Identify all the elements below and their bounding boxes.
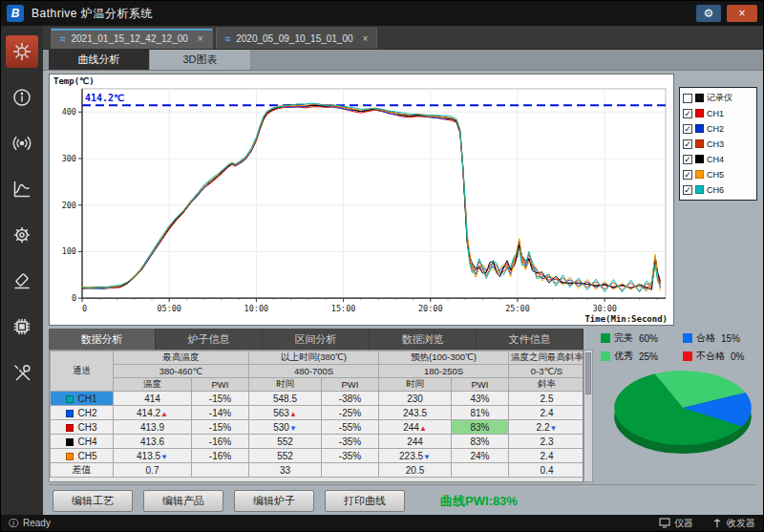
legend-checkbox[interactable]: ✓ bbox=[683, 170, 692, 180]
table-cell: -15% bbox=[192, 420, 249, 435]
bottom-tab-bar: 数据分析炉子信息区间分析数据浏览文件信息 bbox=[49, 329, 584, 350]
legend-checkbox[interactable]: ✓ bbox=[683, 155, 692, 164]
system-gear-icon bbox=[11, 224, 32, 245]
pie-color-swatch bbox=[601, 351, 610, 361]
group-range: 0-3℃/S bbox=[509, 365, 584, 378]
legend-label: CH3 bbox=[707, 139, 724, 149]
legend-row-1[interactable]: ✓CH1 bbox=[683, 107, 753, 119]
col-header: PWI bbox=[192, 378, 249, 392]
main-area: ≈2021_01_15_12_42_12_00×≈2020_05_09_10_1… bbox=[43, 26, 763, 515]
info-icon bbox=[11, 87, 32, 108]
table-cell: -16% bbox=[192, 449, 249, 463]
legend-color-swatch bbox=[695, 124, 704, 133]
gear-icon: ⚙ bbox=[704, 7, 714, 20]
pie-legend-item-2: 合格15% bbox=[683, 331, 764, 345]
sidebar-item-settings[interactable] bbox=[6, 35, 38, 68]
action-button-0[interactable]: 编辑工艺 bbox=[53, 490, 133, 512]
tab-close-icon[interactable]: × bbox=[198, 33, 203, 44]
status-transceiver[interactable]: 收发器 bbox=[711, 517, 755, 530]
bottom-tab-3[interactable]: 数据浏览 bbox=[370, 329, 477, 350]
status-info-icon: ⓘ bbox=[9, 517, 18, 530]
table-cell: 2.2▼ bbox=[509, 420, 584, 435]
bottom-tab-0[interactable]: 数据分析 bbox=[49, 329, 156, 350]
channel-cell-0[interactable]: CH1 bbox=[51, 392, 114, 406]
app-window: B Bathrive 炉温分析系统 ⚙ × bbox=[0, 0, 764, 532]
table-cell: -14% bbox=[192, 406, 249, 420]
curve-pwi-label: 曲线PWI:83% bbox=[440, 493, 518, 510]
table-cell: 83% bbox=[452, 420, 509, 435]
pie-legend-item-1: 优秀25% bbox=[601, 350, 683, 363]
bottom-tab-4[interactable]: 文件信息 bbox=[477, 329, 584, 350]
sidebar-item-edit[interactable] bbox=[6, 265, 38, 297]
view-tab-0[interactable]: 曲线分析 bbox=[49, 50, 150, 70]
file-tab-label: 2020_05_09_10_15_01_00 bbox=[236, 33, 352, 44]
table-scrollbar[interactable] bbox=[584, 350, 593, 482]
table-cell bbox=[452, 463, 509, 478]
sidebar bbox=[1, 26, 43, 515]
file-tab-1[interactable]: ≈2020_05_09_10_15_01_00× bbox=[216, 28, 378, 49]
curve-icon: ≈ bbox=[225, 33, 231, 44]
status-instrument[interactable]: 仪器 bbox=[659, 517, 693, 530]
curve-chart[interactable]: 0100200300400005:0010:0015:0020:0025:003… bbox=[50, 74, 673, 325]
legend-row-3[interactable]: ✓CH3 bbox=[683, 138, 753, 150]
table-cell: 81% bbox=[452, 406, 509, 420]
sidebar-item-wireless[interactable] bbox=[6, 127, 38, 160]
action-button-1[interactable]: 编辑产品 bbox=[143, 490, 223, 512]
legend-checkbox[interactable] bbox=[683, 94, 692, 103]
titlebar-close-button[interactable]: × bbox=[727, 5, 757, 22]
col-header: 斜率 bbox=[509, 378, 584, 392]
channel-color-swatch bbox=[66, 453, 74, 460]
legend-checkbox[interactable]: ✓ bbox=[683, 185, 692, 195]
channel-cell-4[interactable]: CH5 bbox=[51, 449, 114, 463]
tab-close-icon[interactable]: × bbox=[363, 33, 369, 44]
legend-row-5[interactable]: ✓CH5 bbox=[683, 168, 753, 181]
view-tab-bar: 曲线分析3D图表 bbox=[43, 50, 763, 71]
action-bar: 编辑工艺编辑产品编辑炉子打印曲线 曲线PWI:83% bbox=[49, 484, 755, 517]
legend-checkbox[interactable]: ✓ bbox=[683, 139, 692, 149]
channel-cell-2[interactable]: CH3 bbox=[51, 420, 114, 435]
sidebar-item-tools[interactable] bbox=[6, 356, 38, 389]
legend-row-0[interactable]: 记录仪 bbox=[683, 92, 753, 104]
table-row-0: CH1414-15%548.5-38%23043%2.5 bbox=[51, 392, 584, 406]
pie-color-swatch bbox=[601, 333, 610, 343]
table-cell: 20.5 bbox=[379, 463, 452, 478]
table-cell: 2.4 bbox=[509, 406, 584, 420]
chip-icon bbox=[11, 316, 32, 337]
table-cell: -35% bbox=[322, 435, 379, 449]
legend-row-6[interactable]: ✓CH6 bbox=[683, 183, 753, 196]
eraser-icon bbox=[11, 270, 32, 291]
table-cell: 0.7 bbox=[114, 463, 192, 478]
table-cell: 43% bbox=[452, 392, 509, 406]
channel-cell-1[interactable]: CH2 bbox=[51, 406, 114, 420]
status-ready-label: Ready bbox=[23, 518, 51, 528]
sidebar-item-info[interactable] bbox=[6, 81, 38, 114]
bottom-tab-2[interactable]: 区间分析 bbox=[263, 329, 370, 350]
scrollbar-thumb[interactable] bbox=[585, 352, 591, 394]
legend-checkbox[interactable]: ✓ bbox=[683, 109, 692, 118]
table-cell: 413.6 bbox=[114, 435, 192, 449]
channel-cell-3[interactable]: CH4 bbox=[51, 435, 114, 449]
legend-color-swatch bbox=[695, 155, 704, 163]
app-title: Bathrive 炉温分析系统 bbox=[32, 6, 153, 22]
table-row-3: CH4413.6-16%552-35%24483%2.3 bbox=[51, 435, 584, 449]
pie-legend-value: 25% bbox=[639, 351, 658, 362]
table-cell: -25% bbox=[322, 406, 379, 420]
sidebar-item-chip[interactable] bbox=[6, 310, 38, 343]
legend-checkbox[interactable]: ✓ bbox=[683, 124, 692, 134]
legend-color-swatch bbox=[695, 170, 704, 179]
channel-cell-5[interactable]: 差值 bbox=[51, 463, 114, 478]
svg-text:30:00: 30:00 bbox=[592, 304, 617, 313]
legend-row-2[interactable]: ✓CH2 bbox=[683, 122, 753, 135]
action-button-2[interactable]: 编辑炉子 bbox=[234, 490, 314, 512]
action-button-3[interactable]: 打印曲线 bbox=[325, 490, 405, 512]
legend-label: CH5 bbox=[707, 170, 724, 180]
table-cell: 414.2▲ bbox=[114, 406, 192, 420]
file-tab-0[interactable]: ≈2021_01_15_12_42_12_00× bbox=[51, 28, 213, 49]
sidebar-item-system[interactable] bbox=[6, 219, 38, 251]
view-tab-1[interactable]: 3D图表 bbox=[150, 50, 251, 70]
titlebar-settings-button[interactable]: ⚙ bbox=[696, 5, 721, 22]
sidebar-item-curve[interactable] bbox=[6, 173, 38, 205]
bottom-tab-1[interactable]: 炉子信息 bbox=[156, 329, 263, 350]
table-cell: 83% bbox=[452, 435, 509, 449]
legend-row-4[interactable]: ✓CH4 bbox=[683, 153, 753, 165]
